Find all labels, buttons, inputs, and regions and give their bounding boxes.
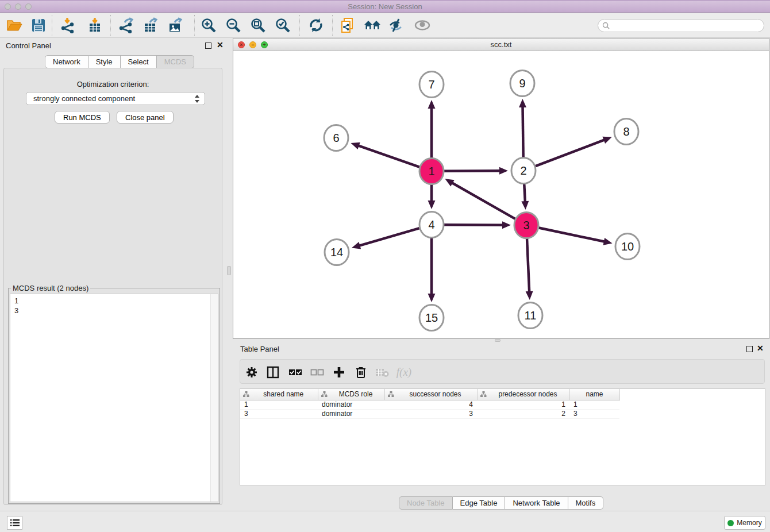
- table-panel-close-button[interactable]: ✕: [757, 345, 764, 352]
- control-panel-float-button[interactable]: [205, 42, 211, 51]
- tab-node-table[interactable]: Node Table: [399, 496, 453, 510]
- import-table-button[interactable]: [84, 16, 106, 35]
- table-cell[interactable]: dominator: [318, 400, 384, 409]
- export-image-button[interactable]: [164, 16, 186, 35]
- clone-network-button[interactable]: [337, 16, 359, 35]
- table-cell[interactable]: 4: [384, 400, 477, 409]
- apply-layout-button[interactable]: [305, 16, 327, 35]
- graph-node-1[interactable]: 1: [419, 159, 444, 184]
- column-header-shared-name[interactable]: shared name: [240, 389, 318, 400]
- select-all-button[interactable]: [287, 364, 304, 380]
- import-network-button[interactable]: [57, 16, 79, 35]
- tab-network-table[interactable]: Network Table: [505, 496, 568, 510]
- table-cell[interactable]: 2: [477, 409, 569, 418]
- horizontal-splitter-handle[interactable]: [495, 339, 500, 342]
- delete-column-button[interactable]: [352, 364, 369, 380]
- edge-arrowhead: [602, 137, 611, 144]
- float-icon: [205, 43, 211, 49]
- table-cell[interactable]: dominator: [318, 409, 384, 418]
- table-panel-float-button[interactable]: [746, 345, 753, 354]
- graph-node-9[interactable]: 9: [510, 71, 534, 97]
- table-row[interactable]: 1dominator411: [240, 400, 619, 409]
- table-row[interactable]: 3dominator323: [240, 409, 619, 418]
- result-scrollbar[interactable]: [210, 294, 218, 502]
- graph-node-15[interactable]: 15: [419, 305, 444, 331]
- tab-mcds[interactable]: MCDS: [157, 55, 194, 68]
- zoom-out-button[interactable]: [222, 16, 244, 35]
- graph-node-8[interactable]: 8: [614, 119, 638, 145]
- tab-select[interactable]: Select: [121, 55, 157, 68]
- column-header-predecessor-nodes[interactable]: predecessor nodes: [477, 389, 569, 400]
- table-settings-button[interactable]: [243, 364, 260, 380]
- deselect-all-button[interactable]: [309, 364, 326, 380]
- edge-arrowhead: [521, 201, 529, 210]
- node-label: 11: [525, 309, 537, 322]
- table-toolbar: f(x): [240, 359, 765, 384]
- open-file-button[interactable]: [3, 16, 25, 35]
- run-mcds-button[interactable]: Run MCDS: [55, 111, 110, 124]
- table-cell[interactable]: 1: [240, 400, 318, 409]
- zoom-selected-button[interactable]: [272, 16, 294, 35]
- graph-node-3[interactable]: 3: [514, 213, 538, 238]
- delete-table-button[interactable]: [374, 364, 391, 380]
- graph-edge-4-14[interactable]: [359, 228, 419, 246]
- table-cell[interactable]: 3: [569, 409, 619, 418]
- hide-selected-button[interactable]: [386, 16, 408, 35]
- save-session-button[interactable]: [28, 16, 49, 35]
- select-all-icon: [288, 368, 302, 376]
- edge-arrowhead: [428, 100, 436, 109]
- add-column-button[interactable]: [330, 364, 348, 380]
- graph-node-2[interactable]: 2: [511, 158, 536, 184]
- toolbar-separator: [52, 15, 52, 36]
- graph-node-14[interactable]: 14: [325, 240, 349, 265]
- criterion-select[interactable]: strongly connected component: [26, 92, 205, 105]
- tab-style[interactable]: Style: [88, 55, 121, 68]
- graph-edge-1-2[interactable]: [444, 171, 500, 171]
- graph-edge-2-8[interactable]: [535, 140, 605, 166]
- window-title: Session: New Session: [0, 2, 770, 11]
- table-cell[interactable]: 1: [569, 400, 619, 409]
- tab-motifs[interactable]: Motifs: [568, 496, 604, 510]
- column-header-name[interactable]: name: [569, 389, 619, 400]
- function-builder-button[interactable]: f(x): [395, 364, 413, 380]
- graph-edge-4-3[interactable]: [444, 225, 503, 225]
- zoom-fit-button[interactable]: [247, 16, 269, 35]
- control-panel-close-button[interactable]: ✕: [217, 42, 224, 48]
- network-canvas[interactable]: 7968124314101511: [233, 51, 769, 339]
- close-panel-button[interactable]: Close panel: [117, 111, 174, 124]
- mcds-result-textarea[interactable]: 13: [10, 294, 218, 502]
- vertical-splitter-handle[interactable]: [227, 266, 231, 275]
- graph-edge-2-9[interactable]: [523, 106, 523, 159]
- node-label: 8: [623, 125, 629, 138]
- graph-edge-2-3[interactable]: [524, 183, 525, 202]
- search-field[interactable]: [598, 19, 764, 32]
- tab-network[interactable]: Network: [45, 55, 88, 68]
- edge-arrowhead: [352, 242, 361, 249]
- graph-edge-1-6[interactable]: [358, 145, 420, 167]
- tab-edge-table[interactable]: Edge Table: [453, 496, 506, 510]
- zoom-in-button[interactable]: [198, 16, 220, 35]
- table-panel-tabs: Node TableEdge TableNetwork TableMotifs: [399, 496, 603, 510]
- table-cell[interactable]: 1: [477, 400, 569, 409]
- graph-node-11[interactable]: 11: [518, 303, 542, 329]
- table-cell[interactable]: 3: [240, 409, 318, 418]
- graph-edge-3-1[interactable]: [452, 183, 516, 219]
- memory-button[interactable]: Memory: [724, 516, 765, 530]
- task-history-button[interactable]: [7, 516, 22, 530]
- export-table-button[interactable]: [140, 16, 161, 35]
- column-header-MCDS-role[interactable]: MCDS role: [318, 389, 384, 400]
- show-columns-button[interactable]: [264, 364, 282, 380]
- export-network-button[interactable]: [115, 16, 137, 35]
- graph-edge-3-10[interactable]: [538, 228, 605, 241]
- graph-node-7[interactable]: 7: [419, 72, 444, 98]
- search-input[interactable]: [612, 21, 764, 31]
- graph-edge-3-11[interactable]: [527, 237, 529, 292]
- column-header-successor-nodes[interactable]: successor nodes: [384, 389, 477, 400]
- mcds-result-line: 1: [14, 296, 218, 306]
- table-cell[interactable]: 3: [384, 409, 477, 418]
- graph-node-4[interactable]: 4: [419, 212, 444, 238]
- graph-node-6[interactable]: 6: [324, 125, 348, 151]
- first-neighbors-button[interactable]: [361, 16, 383, 35]
- show-all-button[interactable]: [411, 16, 433, 35]
- graph-node-10[interactable]: 10: [615, 234, 640, 260]
